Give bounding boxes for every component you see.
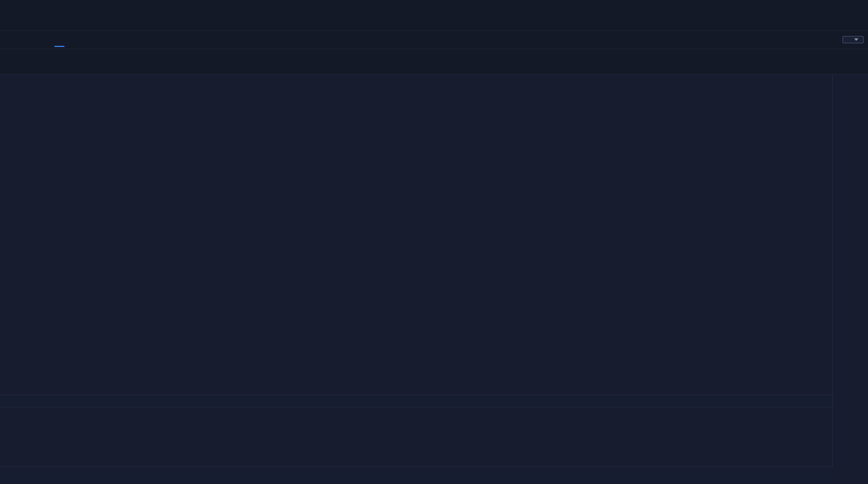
close-icon[interactable] — [36, 409, 46, 419]
chevron-down-icon — [854, 38, 858, 41]
chevron-down-icon[interactable] — [8, 90, 17, 100]
indicator-settings-icon[interactable] — [30, 33, 43, 47]
price-axis[interactable] — [832, 75, 868, 467]
period-toolbar — [0, 31, 868, 49]
close-icon[interactable] — [36, 334, 46, 343]
drawing-toolbar — [0, 49, 868, 74]
main-chart-canvas[interactable] — [0, 75, 832, 331]
chart-region — [0, 75, 868, 484]
gear-icon[interactable] — [23, 334, 33, 343]
add-pane-icon[interactable] — [823, 34, 834, 45]
volume-chart-canvas[interactable] — [0, 331, 832, 395]
gear-icon[interactable] — [36, 90, 46, 100]
symbol-tabbar — [0, 0, 868, 31]
gear-icon[interactable] — [23, 409, 33, 419]
timer-icon[interactable] — [98, 33, 112, 47]
macd-chart-canvas[interactable] — [0, 407, 832, 467]
indicator-tabs-row-macd — [0, 467, 832, 484]
expand-pane-icon[interactable] — [802, 78, 816, 88]
indicator-tabs-row-volume — [0, 395, 832, 407]
window-mode-button[interactable] — [842, 36, 864, 43]
draw-pencil-icon[interactable] — [53, 33, 66, 47]
eye-icon[interactable] — [23, 90, 33, 100]
kline-chart-icon[interactable] — [7, 33, 21, 47]
shrink-icon[interactable] — [804, 34, 815, 45]
trading-terminal — [0, 0, 868, 484]
toolbox-icon[interactable] — [75, 33, 89, 47]
toolbar-right-group — [795, 31, 864, 49]
chevron-down-icon[interactable] — [8, 409, 17, 419]
close-icon[interactable] — [49, 90, 58, 100]
chevron-down-icon[interactable] — [8, 334, 17, 343]
